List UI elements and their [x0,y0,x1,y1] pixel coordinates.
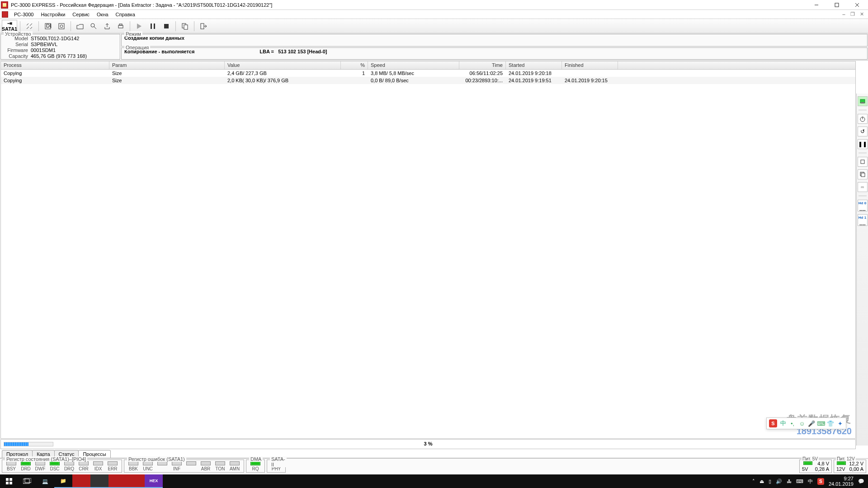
register-led: DRD [19,461,32,471]
stack-icon[interactable] [858,169,868,179]
stop-icon[interactable] [160,20,173,32]
sata-port-button[interactable]: ⇥SATA1 [2,20,17,33]
task2-icon[interactable] [55,20,68,32]
task-icon[interactable]: DE [42,20,54,32]
power-12v-box: Пит. 12V 12,2 V 12V0,00 A [834,460,866,473]
table-header: Process Param Value % Speed Time Started… [1,61,855,70]
taskbar-app1[interactable]: 💻 [36,474,54,488]
head1-button[interactable]: Hd 1⎯⎯ [858,214,868,226]
svg-rect-27 [9,478,12,481]
pause-icon[interactable] [146,20,159,32]
taskbar-pc3000-4[interactable] [127,474,145,488]
info-panel: Устройство ModelST500LT012-1DG142 Serial… [0,33,868,61]
ime-mic-icon[interactable]: 🎤 [808,420,815,427]
register-led: UNC [142,461,154,471]
mode-text: Создание копии данных [124,35,864,41]
progress-bar: 3 % [0,439,856,449]
tray-sogou-icon[interactable]: S [817,478,824,485]
process-table: Process Param Value % Speed Time Started… [0,61,856,439]
tray-battery-icon[interactable]: ▯ [769,479,771,484]
sata2-group: SATA-II PHY [267,460,286,473]
svg-rect-14 [154,23,155,29]
export-icon[interactable] [101,20,113,32]
menu-windows[interactable]: Окна [94,11,112,18]
svg-rect-6 [59,23,64,29]
ime-skin-icon[interactable]: 👕 [827,420,834,427]
chip-icon[interactable] [858,157,868,167]
svg-point-7 [60,25,63,28]
error-register-group: Регистр ошибок (SATA1) BBKUNCINFABRTONAM… [124,460,244,473]
register-led: DSC [48,461,61,471]
state-register-group: Регистр состояния (SATA1)–[PIO4] BSYDRDD… [2,460,122,473]
open-icon[interactable] [74,20,86,32]
svg-line-9 [94,27,96,29]
register-led: TON [214,461,226,471]
taskbar-pc3000-1[interactable] [72,474,90,488]
taskbar-hex[interactable]: HEX [145,474,163,488]
tray-notifications-icon[interactable]: 💬 [858,479,864,484]
reset-icon[interactable]: ↺ [858,127,868,136]
maximize-button[interactable] [826,0,847,10]
register-led: ERR [106,461,119,471]
start-button[interactable] [0,474,18,488]
tray-keyboard-icon[interactable]: ⌨ [796,479,803,484]
taskbar-pc3000-3[interactable] [108,474,127,488]
tools-icon[interactable] [23,20,36,32]
ime-toolbar[interactable]: S 中 •, ☺ 🎤 ⌨ 👕 ✦ [766,418,846,429]
ime-sogou-icon[interactable]: S [769,419,777,427]
table-row[interactable]: CopyingSize2,4 GB/ 227,3 GB13,8 MB/ 5,8 … [1,70,855,77]
power-toggle-icon[interactable] [858,114,868,124]
ime-keyboard-icon[interactable]: ⌨ [817,420,825,427]
search-icon[interactable] [87,20,100,32]
menu-help[interactable]: Справка [113,11,138,18]
connector-icon[interactable]: ⎓ [858,182,868,192]
svg-rect-17 [184,25,188,29]
svg-rect-18 [201,23,204,29]
svg-rect-15 [164,24,169,28]
pause2-icon[interactable]: ❚❚ [858,139,868,149]
exit-icon[interactable] [197,20,210,32]
tray-network-icon[interactable]: 🖧 [787,479,792,484]
register-led: ABR [199,461,212,471]
table-row[interactable]: CopyingSize2,0 KB( 30,0 KB)/ 376,9 GB0,0… [1,77,855,84]
taskbar-pc3000-2[interactable] [90,474,108,488]
taskbar-explorer[interactable]: 📁 [54,474,72,488]
svg-rect-13 [151,23,152,29]
menu-settings[interactable]: Настройки [38,11,68,18]
tray-usb-icon[interactable]: ⏏ [760,479,764,484]
tray-volume-icon[interactable]: 🔊 [776,479,782,484]
copy-icon[interactable] [179,20,191,32]
mdi-close-button[interactable]: ✕ [857,11,866,18]
svg-rect-11 [119,24,122,25]
mdi-minimize-button[interactable]: ‒ [839,11,848,18]
register-led: CRR [77,461,90,471]
mdi-restore-button[interactable]: ❐ [848,11,857,18]
menu-app-icon [2,11,8,18]
tray-clock[interactable]: 9:27 24.01.2019 [829,476,854,487]
play-icon[interactable] [133,20,146,32]
progress-percent: 3 % [424,441,433,446]
drive-icon[interactable] [858,96,868,106]
menu-service[interactable]: Сервис [69,11,93,18]
ime-emoji-icon[interactable]: ☺ [798,420,806,427]
register-led: BSY [5,461,18,471]
register-led: AMN [228,461,241,471]
svg-rect-29 [9,482,12,484]
menubar: PC-3000 Настройки Сервис Окна Справка ‒ … [0,10,868,19]
print-icon[interactable] [114,20,127,32]
svg-rect-1 [835,3,839,7]
close-button[interactable] [847,0,867,10]
ime-lang-icon[interactable]: 中 [779,420,787,427]
svg-rect-23 [861,160,864,164]
minimize-button[interactable] [806,0,826,10]
ime-punct-icon[interactable]: •, [789,420,796,427]
svg-rect-28 [6,482,9,484]
head0-button[interactable]: Hd 0⎯⎯ [858,200,868,211]
tray-lang-icon[interactable]: 中 [808,478,813,485]
taskview-button[interactable] [18,474,36,488]
ime-tool-icon[interactable]: ✦ [836,420,844,427]
titlebar: PC-3000 EXPRESS - Российская Федерация -… [0,0,868,10]
svg-rect-26 [6,478,9,481]
menu-pc3000[interactable]: PC-3000 [11,11,37,18]
tray-chevron-icon[interactable]: ˄ [752,479,755,484]
